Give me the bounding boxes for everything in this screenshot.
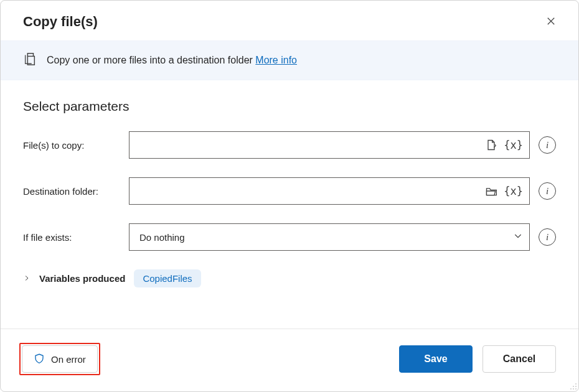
footer-actions: Save Cancel — [399, 345, 556, 373]
files-to-copy-input[interactable] — [136, 132, 479, 158]
dialog-header: Copy file(s) — [1, 1, 578, 40]
field-row-files-to-copy: File(s) to copy: {x} i — [23, 131, 556, 159]
svg-point-4 — [573, 386, 574, 387]
variable-picker-icon[interactable]: {x} — [504, 139, 523, 151]
svg-point-5 — [575, 386, 577, 387]
field-row-destination-folder: Destination folder: {x} i — [23, 177, 556, 205]
destination-folder-control: {x} — [129, 177, 530, 205]
info-banner-text: Copy one or more files into a destinatio… — [47, 55, 297, 66]
expand-caret-icon[interactable] — [23, 273, 31, 284]
destination-folder-input[interactable] — [136, 178, 479, 204]
dialog-body: Select parameters File(s) to copy: {x} i… — [1, 80, 578, 329]
if-file-exists-label: If file exists: — [23, 232, 129, 243]
on-error-label: On error — [51, 354, 86, 365]
on-error-highlight: On error — [19, 343, 100, 375]
banner-description: Copy one or more files into a destinatio… — [47, 55, 253, 65]
variables-produced-label: Variables produced — [39, 273, 125, 284]
files-to-copy-label: File(s) to copy: — [23, 140, 129, 151]
close-button[interactable] — [541, 12, 561, 32]
copy-files-dialog: Copy file(s) Copy one or more files into… — [0, 0, 579, 392]
destination-folder-label: Destination folder: — [23, 186, 129, 197]
shield-icon — [34, 353, 45, 366]
chevron-down-icon — [513, 231, 523, 243]
variable-picker-icon[interactable]: {x} — [504, 185, 523, 197]
destination-folder-info-icon[interactable]: i — [539, 182, 556, 200]
if-file-exists-select[interactable]: Do nothing — [129, 223, 530, 251]
save-button[interactable]: Save — [399, 345, 473, 373]
folder-picker-icon[interactable] — [484, 184, 499, 198]
section-title: Select parameters — [23, 99, 556, 114]
more-info-link[interactable]: More info — [255, 55, 297, 65]
variable-chip-copiedfiles[interactable]: CopiedFiles — [134, 269, 200, 287]
variables-produced-row: Variables produced CopiedFiles — [23, 269, 556, 287]
info-banner: Copy one or more files into a destinatio… — [1, 40, 578, 80]
field-row-if-file-exists: If file exists: Do nothing i — [23, 223, 556, 251]
svg-point-7 — [573, 388, 574, 390]
if-file-exists-info-icon[interactable]: i — [539, 228, 556, 246]
svg-point-3 — [575, 383, 577, 385]
files-to-copy-control: {x} — [129, 131, 530, 159]
resize-handle-icon[interactable] — [568, 381, 577, 390]
if-file-exists-value: Do nothing — [136, 232, 185, 243]
file-picker-icon[interactable] — [484, 138, 499, 152]
files-to-copy-info-icon[interactable]: i — [539, 136, 556, 154]
svg-point-8 — [575, 388, 577, 390]
dialog-footer: On error Save Cancel — [1, 329, 578, 391]
copy-icon — [23, 52, 37, 68]
dialog-title: Copy file(s) — [23, 14, 98, 30]
on-error-button[interactable]: On error — [22, 345, 98, 373]
cancel-button[interactable]: Cancel — [482, 345, 556, 373]
close-icon — [545, 16, 557, 29]
svg-point-6 — [570, 388, 572, 390]
